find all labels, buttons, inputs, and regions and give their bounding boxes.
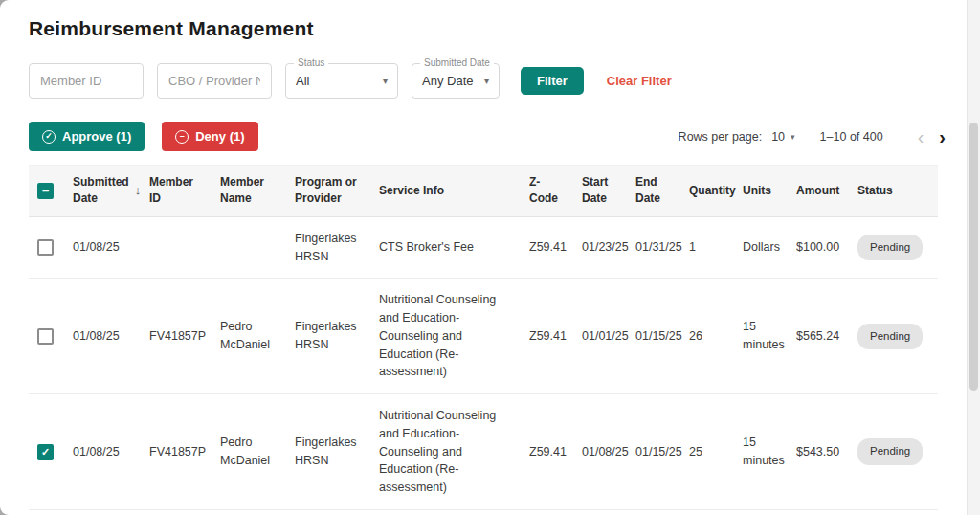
status-select-label: Status [294,57,328,68]
cell-end-date: 01/15/25 [628,394,681,510]
submitted-date-select-label: Submitted Date [420,57,494,68]
prev-page-button[interactable]: ‹ [908,127,934,146]
col-z-code: Z-Code [522,166,574,217]
col-status: Status [850,166,938,217]
cell-amount: $100.00 [789,216,850,279]
reimbursement-page: Reimbursement Management Status All ▾ Su… [0,0,980,515]
col-submitted-date: Submitted Date ↓ [65,166,142,217]
filter-button[interactable]: Filter [521,67,584,95]
cell-units: Dollars [735,216,789,279]
cell-member-name [212,216,287,279]
reimbursements-table: Submitted Date ↓ Member ID Member Name P… [29,165,938,515]
scrollbar-thumb[interactable] [969,123,978,391]
col-amount: Amount [789,166,850,217]
cell-amount: $17.50 [789,509,850,515]
cell-member-id [142,216,212,279]
cell-quantity: 1 [681,216,735,279]
cell-z-code: Z13.9 [522,509,574,515]
cell-program-provider [287,509,371,515]
col-program-provider: Program or Provider [287,166,371,217]
cell-start-date: 01/08/25 [574,394,628,510]
cbo-provider-input[interactable] [157,63,272,99]
status-badge: Pending [858,235,923,260]
check-circle-icon: ✓ [42,130,56,144]
approve-button[interactable]: ✓ Approve (1) [29,122,145,151]
cell-submitted-date: 01/08/25 [65,509,142,515]
cell-service-info: Nutritional Counseling and Education-Cou… [371,394,522,510]
col-service-info: Service Info [371,166,522,217]
cell-z-code: Z59.41 [522,394,574,510]
cell-submitted-date: 01/08/25 [65,394,142,510]
table-row: 01/08/25 Fingerlakes HRSN CTS Broker's F… [29,216,938,279]
submitted-date-select[interactable]: Submitted Date Any Date ▾ [412,63,500,99]
cell-units: 15 minutes [735,279,789,394]
rows-per-page-label: Rows per page: [679,130,763,144]
status-badge: Pending [858,438,923,464]
status-select-value: All [296,74,309,88]
chevron-down-icon: ▾ [383,76,388,86]
minus-circle-icon: – [175,130,189,144]
cell-z-code: Z59.41 [522,216,574,279]
cell-units: 15 minutes [735,394,789,510]
col-member-name: Member Name [212,166,287,217]
cell-amount: $543.50 [789,394,850,510]
rows-per-page-select[interactable]: 10 ▾ [771,130,794,144]
cell-start-date: 01/23/25 [574,216,628,279]
sort-desc-icon[interactable]: ↓ [135,182,142,200]
cell-program-provider: Fingerlakes HRSN [287,394,371,510]
rows-per-page-value: 10 [771,130,785,144]
cell-service-info: Screening - All Medicaid Member Screenin… [371,509,522,515]
cell-start-date: 01/01/25 [574,279,628,394]
cell-member-name: Pedro McDaniel [212,279,287,394]
chevron-down-icon: ▾ [791,132,795,142]
col-member-id: Member ID [142,166,212,217]
row-checkbox[interactable] [37,328,54,345]
cell-end-date: 01/31/25 [628,216,681,279]
bulk-actions-bar: ✓ Approve (1) – Deny (1) Rows per page: … [29,122,951,151]
cell-member-id: FV41857P [142,394,212,510]
row-checkbox[interactable] [37,444,54,460]
col-start-date: Start Date [574,166,628,217]
col-submitted-date-label: Submitted Date [73,174,129,208]
chevron-down-icon: ▾ [484,76,489,86]
cell-quantity: 26 [681,279,735,394]
col-end-date: End Date [628,166,681,217]
table-row: 01/08/25 MD03112I Cris Giamatteo Screeni… [29,509,938,515]
col-quantity: Quantity [681,166,735,217]
cell-z-code: Z59.41 [522,279,574,394]
status-select[interactable]: Status All ▾ [285,63,398,99]
table-header-row: Submitted Date ↓ Member ID Member Name P… [29,166,938,217]
cell-submitted-date: 01/08/25 [65,216,142,279]
cell-member-id: MD03112I [142,509,212,515]
cell-units: 15 minutes [735,509,789,515]
pagination-range: 1–10 of 400 [820,130,883,144]
select-all-checkbox[interactable] [37,183,54,199]
status-badge: Pending [858,324,923,349]
cell-quantity: 25 [681,394,735,510]
col-units: Units [735,166,789,217]
next-page-button[interactable]: › [933,127,951,146]
cell-end-date: 01/15/25 [628,279,681,394]
cell-start-date: 01/08/25 [574,509,628,515]
submitted-date-select-value: Any Date [422,74,473,88]
cell-program-provider: Fingerlakes HRSN [287,279,371,394]
deny-button-label: Deny (1) [195,129,244,144]
table-body: 01/08/25 Fingerlakes HRSN CTS Broker's F… [29,216,938,515]
row-checkbox[interactable] [37,239,54,256]
pagination-bar: Rows per page: 10 ▾ 1–10 of 400 ‹ › [679,127,951,146]
cell-program-provider: Fingerlakes HRSN [287,216,371,279]
table-row: 01/08/25 FV41857P Pedro McDaniel Fingerl… [29,394,938,510]
cell-service-info: Nutritional Counseling and Education-Cou… [371,279,522,394]
member-id-input[interactable] [29,63,144,99]
deny-button[interactable]: – Deny (1) [162,122,257,151]
cell-quantity: 1 [681,509,735,515]
cell-member-name: Pedro McDaniel [212,394,287,510]
cell-amount: $565.24 [789,279,850,394]
vertical-scrollbar[interactable] [967,0,980,515]
cell-submitted-date: 01/08/25 [65,279,142,394]
cell-service-info: CTS Broker's Fee [371,216,522,279]
page-title: Reimbursement Management [29,17,980,40]
cell-end-date: 01/08/25 [628,509,681,515]
clear-filter-link[interactable]: Clear Filter [607,74,672,88]
cell-member-id: FV41857P [142,279,212,394]
